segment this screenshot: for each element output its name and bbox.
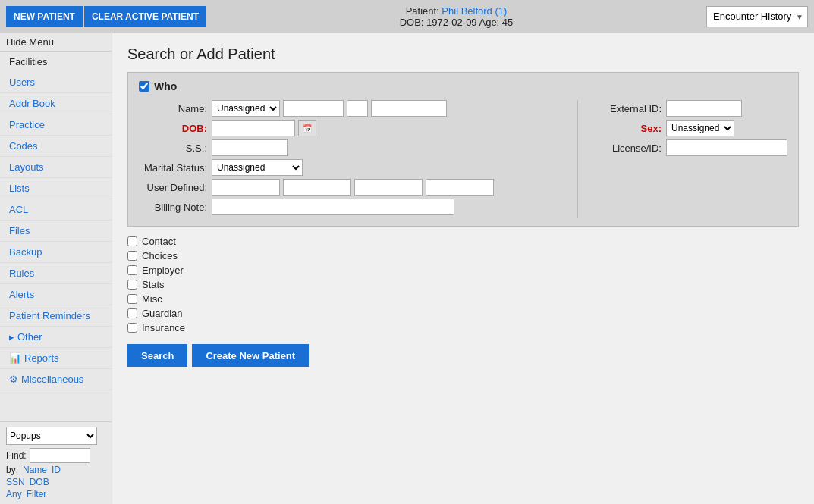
guardian-checkbox[interactable] [127,308,137,318]
sidebar-item-rules[interactable]: Rules [0,263,112,284]
dob-input[interactable] [212,120,295,136]
top-bar-right: Encounter History [706,6,808,27]
layout: Hide Menu Facilities Users Addr Book Pra… [0,33,814,504]
right-column: External ID: Sex: Unassigned Male Female [578,100,787,218]
calendar-icon: 📅 [303,124,312,133]
sidebar-item-files[interactable]: Files [0,221,112,242]
sidebar-item-layouts[interactable]: Layouts [0,157,112,178]
sidebar-item-other[interactable]: ▸ Other [0,327,112,348]
choices-check-item: Choices [127,250,799,261]
employer-label: Employer [142,265,184,276]
insurance-check-item: Insurance [127,322,799,333]
misc-checkbox[interactable] [127,294,137,304]
action-buttons: Search Create New Patient [127,344,799,367]
license-id-input[interactable] [666,139,787,156]
by-row: by: Name ID [6,465,105,475]
by-any-link[interactable]: Any [6,489,22,499]
employer-check-item: Employer [127,265,799,276]
misc-check-item: Misc [127,293,799,305]
new-patient-button[interactable]: NEW PATIENT [6,6,83,27]
user-defined-input-3[interactable] [354,179,423,196]
clear-patient-button[interactable]: CLEAR ACTIVE PATIENT [84,6,206,27]
search-button[interactable]: Search [127,344,187,367]
hide-menu[interactable]: Hide Menu [0,33,112,52]
billing-note-input[interactable] [212,199,454,215]
sidebar-item-codes[interactable]: Codes [0,136,112,157]
ss-label: S.S.: [139,142,207,154]
choices-checkbox[interactable] [127,251,137,261]
license-id-label: License/ID: [593,142,662,154]
insurance-label: Insurance [142,322,185,333]
choices-label: Choices [142,250,178,261]
by-id-link[interactable]: ID [52,465,61,475]
other-icon: ▸ [9,331,14,343]
user-defined-input-4[interactable] [426,179,494,196]
misc-icon: ⚙ [9,374,18,385]
by-ssn-link[interactable]: SSN [6,477,25,487]
guardian-check-item: Guardian [127,308,799,319]
calendar-button[interactable]: 📅 [298,120,316,136]
dob-label: DOB: [139,123,207,134]
by-name-link[interactable]: Name [23,465,47,475]
popups-select[interactable]: Popups [6,427,97,445]
user-defined-label: User Defined: [139,182,207,193]
patient-prefix: Patient: [406,5,442,17]
encounter-dropdown[interactable]: Encounter History [706,6,808,27]
guardian-label: Guardian [142,308,182,319]
sidebar-item-practice[interactable]: Practice [0,114,112,136]
name-middle-input[interactable] [347,100,368,117]
find-input[interactable] [30,448,90,463]
external-id-label: External ID: [593,103,662,114]
find-label: Find: [6,450,27,461]
misc-label: Miscellaneous [21,374,83,385]
user-defined-inputs [212,179,494,196]
sidebar-item-users[interactable]: Users [0,72,112,93]
name-last-input[interactable] [371,100,447,117]
sex-select[interactable]: Unassigned Male Female [666,120,734,136]
sidebar-item-reports[interactable]: 📊 Reports [0,348,112,369]
name-inputs: Unassigned Mr. Mrs. Ms. Dr. [212,100,447,117]
by-label: by: [6,465,18,475]
dob-inputs: 📅 [212,120,316,136]
contact-checkbox[interactable] [127,236,137,246]
who-checkbox[interactable] [139,81,149,92]
billing-note-label: Billing Note: [139,202,207,213]
name-row: Name: Unassigned Mr. Mrs. Ms. Dr. [139,100,562,117]
name-label: Name: [139,103,207,114]
other-label: Other [17,331,42,343]
by-dob-link[interactable]: DOB [30,477,49,487]
dob-row: DOB: 📅 [139,120,562,136]
top-bar-left: NEW PATIENT CLEAR ACTIVE PATIENT [6,6,206,27]
sidebar-item-alerts[interactable]: Alerts [0,284,112,305]
who-header: Who [139,80,787,92]
main-content: Search or Add Patient Who Name: Unassign… [112,33,814,504]
encounter-select-wrapper: Encounter History [706,6,808,27]
misc-label: Misc [142,293,162,305]
sidebar-item-backup[interactable]: Backup [0,242,112,263]
name-first-input[interactable] [283,100,344,117]
sidebar-item-facilities[interactable]: Facilities [0,52,112,72]
external-id-row: External ID: [593,100,787,117]
insurance-checkbox[interactable] [127,323,137,333]
who-section: Who Name: Unassigned Mr. Mrs. Ms. [127,72,799,227]
sex-row: Sex: Unassigned Male Female [593,120,787,136]
marital-select[interactable]: Unassigned Single Married Divorced Widow… [212,159,303,176]
employer-checkbox[interactable] [127,265,137,275]
patient-dob: DOB: 1972-02-09 Age: 45 [400,17,514,28]
sidebar-item-lists[interactable]: Lists [0,178,112,199]
sidebar-item-patient-reminders[interactable]: Patient Reminders [0,305,112,327]
by-filter-link[interactable]: Filter [27,489,47,499]
sidebar-item-acl[interactable]: ACL [0,199,112,221]
ss-row: S.S.: [139,139,562,156]
name-prefix-select[interactable]: Unassigned Mr. Mrs. Ms. Dr. [212,100,280,117]
sidebar-item-addr-book[interactable]: Addr Book [0,93,112,114]
user-defined-row: User Defined: [139,179,562,196]
user-defined-input-2[interactable] [283,179,351,196]
external-id-input[interactable] [666,100,742,117]
create-new-patient-button[interactable]: Create New Patient [192,344,309,367]
ss-input[interactable] [212,139,288,156]
top-bar: NEW PATIENT CLEAR ACTIVE PATIENT Patient… [0,0,814,33]
sidebar-item-miscellaneous[interactable]: ⚙ Miscellaneous [0,369,112,390]
stats-checkbox[interactable] [127,280,137,290]
user-defined-input-1[interactable] [212,179,280,196]
